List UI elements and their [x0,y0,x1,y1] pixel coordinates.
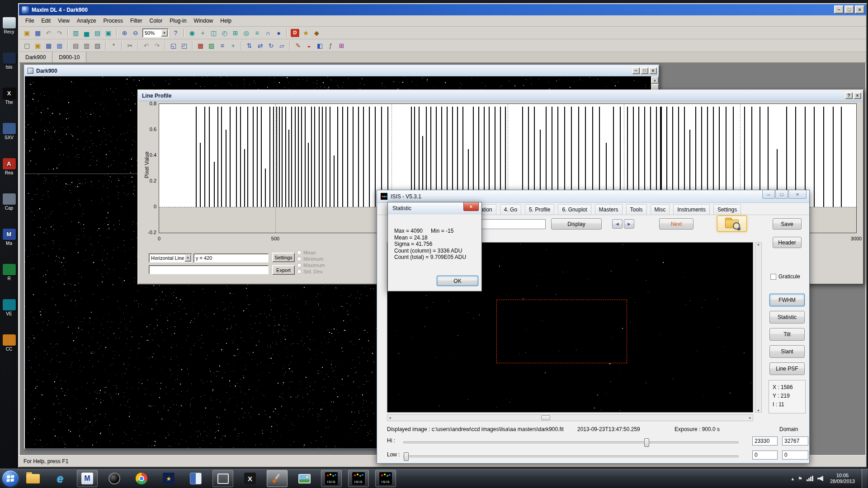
sequence-icon[interactable]: ≡ [252,28,262,38]
low-value-input[interactable] [752,450,778,460]
calibration-icon[interactable]: ▩ [195,41,206,51]
taskbar-maxim-dl-button[interactable]: M [77,470,98,487]
crosshair-icon[interactable]: + [198,28,208,38]
print-icon[interactable]: ▧ [92,41,103,51]
isis-tab-tools[interactable]: Tools [626,204,647,215]
restore-button[interactable]: □ [844,5,854,14]
desktop-icon-ma[interactable]: MMa [1,229,17,246]
save-button[interactable]: Save [773,218,802,230]
scroll-up-icon[interactable]: ▲ [651,76,659,84]
save-image-icon[interactable]: ▦ [33,28,43,38]
show-hidden-icons-button[interactable]: ▴ [792,476,794,482]
scroll-left-icon[interactable]: ◄ [388,416,392,419]
next-button[interactable]: Next [659,218,693,230]
taskbar-isis-button-3[interactable]: ISIS [375,470,396,487]
copy-icon[interactable]: ◱ [168,41,179,51]
filter-wheel-icon[interactable]: ◴ [219,28,230,38]
redo-icon[interactable]: ↷ [54,28,65,38]
taskbar-isis-button-1[interactable]: ISIS [321,470,342,487]
graticule-checkbox[interactable]: Graticule [770,273,800,280]
redo-edit-icon[interactable]: ↷ [152,41,162,51]
action-center-flag-icon[interactable]: ⚑ [798,476,802,482]
desktop-icon-recy[interactable]: Recy [1,17,17,34]
menu-edit[interactable]: Edit [38,16,54,26]
taskbar-chrome-button[interactable] [131,470,152,487]
save-document-icon[interactable]: ▦ [43,41,54,51]
isis-tab-settings[interactable]: Settings [713,204,741,215]
resize-icon[interactable]: ▱ [277,41,287,51]
telescope-control-icon[interactable]: ⊞ [230,28,241,38]
hi-slider-track[interactable] [403,441,739,443]
color-combine-icon[interactable]: ◒ [304,41,314,51]
profile-mode-select[interactable]: Horizontal Line ▾ [149,253,192,263]
menu-plug-in[interactable]: Plug-in [166,16,190,26]
isis-tab-4-go[interactable]: 4. Go [500,204,521,215]
undo-icon[interactable]: ↶ [43,28,54,38]
aperture-icon[interactable]: ◉ [187,28,197,38]
help-button[interactable]: ? [845,92,853,99]
print-preview-icon[interactable]: ▥ [81,41,92,51]
fft-filter-icon[interactable]: ƒ [326,41,336,51]
observatory-icon[interactable]: ∩ [263,28,273,38]
slant-button[interactable]: Slant [769,345,805,358]
desktop-icon-r[interactable]: R [1,264,17,281]
flip-icon[interactable]: ⇅ [244,41,255,51]
next-image-button[interactable]: ► [624,219,634,229]
stack-icon[interactable]: ≡ [217,41,227,51]
menu-process[interactable]: Process [100,16,127,26]
isis-title-bar[interactable]: ISIS - V5.3.1 – □ × [377,190,809,203]
fwhm-button[interactable]: FWHM [769,294,805,306]
scrollbar-thumb[interactable] [541,415,550,420]
zoom-level-select[interactable]: 50%▾ [142,28,169,38]
scroll-down-icon[interactable]: ▼ [757,409,760,412]
isis-maximize-button[interactable]: □ [775,190,788,199]
cut-icon[interactable]: ✂ [125,41,135,51]
isis-minimize-button[interactable]: – [762,190,775,199]
screen-stretch-icon[interactable]: ▥ [71,28,81,38]
plugin-icon[interactable]: ◆ [311,28,322,38]
color-adjust-icon[interactable]: ◧ [315,41,325,51]
document-tab-d900-10[interactable]: D900-10 [52,52,86,62]
camera-control-icon[interactable]: ◫ [208,28,219,38]
line-psf-button[interactable]: Line PSF [769,362,805,375]
settings-button[interactable]: Settings [272,253,295,262]
taskbar-window-frame-button[interactable] [212,470,233,487]
magnify-area-icon[interactable]: ▣ [103,28,113,38]
ok-button[interactable]: OK [437,276,478,286]
isis-tab-5-profile[interactable]: 5. Profile [525,204,554,215]
pinpoint-astrometry-icon[interactable]: ★ [301,28,311,38]
desktop-icon-rea[interactable]: ARea [1,158,17,175]
save-all-icon[interactable]: ▩ [54,41,65,51]
mirror-icon[interactable]: ⇄ [255,41,265,51]
dropdown-arrow-icon[interactable]: ▾ [184,254,191,262]
maxim-title-bar[interactable]: MaxIm DL 4 - Dark900 – □ × [19,4,866,15]
menu-analyze[interactable]: Analyze [73,16,100,26]
low-slider-thumb[interactable] [404,452,409,461]
isis-tab-instruments[interactable]: Instruments [673,204,710,215]
desktop-icon-isis[interactable]: Isis [1,52,17,70]
isis-vertical-scrollbar[interactable]: ▲ ▼ [755,242,762,413]
document-mode-icon[interactable]: D [291,29,299,37]
open-document-icon[interactable]: ▣ [33,41,43,51]
desktop-icon-cc[interactable]: CC [1,334,17,352]
zoom-in-icon[interactable]: ⊕ [119,28,130,38]
taskbar-theskyx-button[interactable]: X [240,470,260,487]
dome-icon[interactable]: ● [274,28,284,38]
header-button[interactable]: Header [773,237,802,248]
export-button[interactable]: Export [272,265,295,275]
menu-help[interactable]: Help [217,16,235,26]
scroll-up-icon[interactable]: ▲ [757,243,760,246]
selection-rectangle[interactable] [496,300,627,363]
child-minimize-button[interactable]: – [632,67,640,74]
isis-horizontal-scrollbar[interactable]: ◄ ► [387,414,753,421]
isis-tab-6-gnuplot[interactable]: 6. Gnuplot [558,204,591,215]
calibration-wizard-icon[interactable]: ▨ [206,41,217,51]
information-window-icon[interactable]: ▤ [92,28,103,38]
taskbar-screwdriver-button[interactable] [267,470,288,487]
rotate-icon[interactable]: ↻ [266,41,276,51]
browse-files-button[interactable] [717,216,747,232]
child-restore-button[interactable]: □ [641,67,648,74]
line-profile-title-bar[interactable]: Line Profile ? × [138,90,863,101]
line-position-input[interactable] [193,253,269,263]
tilt-button[interactable]: Tilt [769,328,805,341]
